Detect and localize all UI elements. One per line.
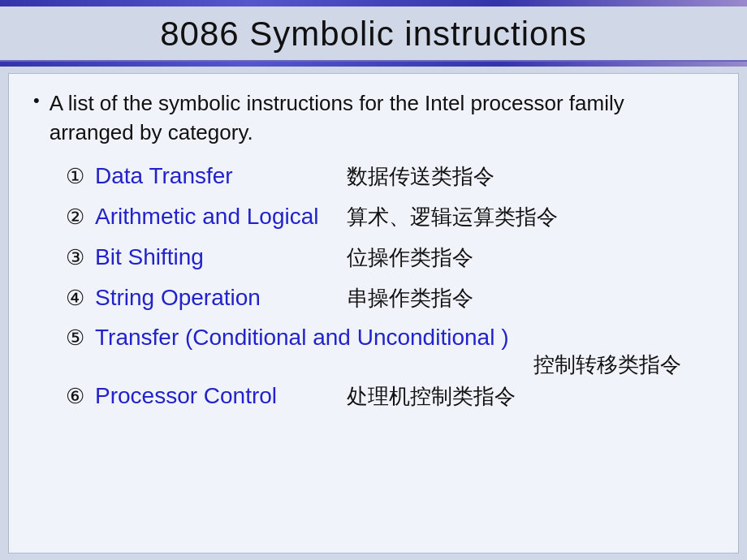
item-number: ⑤ [66,325,90,351]
item-chinese: 控制转移类指令 [533,351,681,379]
item-number: ① [66,164,90,189]
item-name: Transfer (Conditional and Unconditional … [95,325,508,351]
item-second-line: 控制转移类指令 [66,351,714,379]
list-item: ④ String Operation 串操作类指令 [66,284,714,320]
item-chinese: 位操作类指令 [347,243,473,272]
item-name: String Operation [95,285,339,311]
item-name: Bit Shifting [95,244,339,270]
bottom-bar [0,62,747,67]
top-bar [0,0,747,6]
list-item: ③ Bit Shifting 位操作类指令 [66,243,714,279]
list-item: ① Data Transfer 数据传送类指令 [66,162,714,198]
item-chinese: 算术、逻辑运算类指令 [347,203,558,231]
list-item: ② Arithmetic and Logical 算术、逻辑运算类指令 [66,203,714,239]
list-item: ⑤ Transfer (Conditional and Unconditiona… [66,325,714,379]
list-item: ⑥ Processor Control 处理机控制类指令 [66,382,714,418]
title-area: 8086 Symbolic instructions [0,6,747,62]
item-number: ② [66,205,90,230]
item-chinese: 处理机控制类指令 [347,382,516,411]
content-area: • A list of the symbolic instructions fo… [8,73,739,554]
item-number: ④ [66,286,90,311]
item-first-line: ⑤ Transfer (Conditional and Unconditiona… [66,325,714,351]
slide-title: 8086 Symbolic instructions [16,15,731,54]
item-name: Arithmetic and Logical [95,204,339,230]
item-name: Data Transfer [95,163,339,189]
item-number: ③ [66,245,90,270]
item-name: Processor Control [95,383,339,409]
slide-container: 8086 Symbolic instructions • A list of t… [0,0,747,560]
bullet-dot: • [33,90,40,111]
item-chinese: 串操作类指令 [347,284,473,312]
item-number: ⑥ [66,384,90,409]
intro-bullet: • A list of the symbolic instructions fo… [33,88,714,148]
header-section: 8086 Symbolic instructions [0,0,747,67]
category-list: ① Data Transfer 数据传送类指令 ② Arithmetic and… [66,162,714,418]
item-chinese: 数据传送类指令 [347,162,494,191]
intro-text: A list of the symbolic instructions for … [50,88,714,148]
